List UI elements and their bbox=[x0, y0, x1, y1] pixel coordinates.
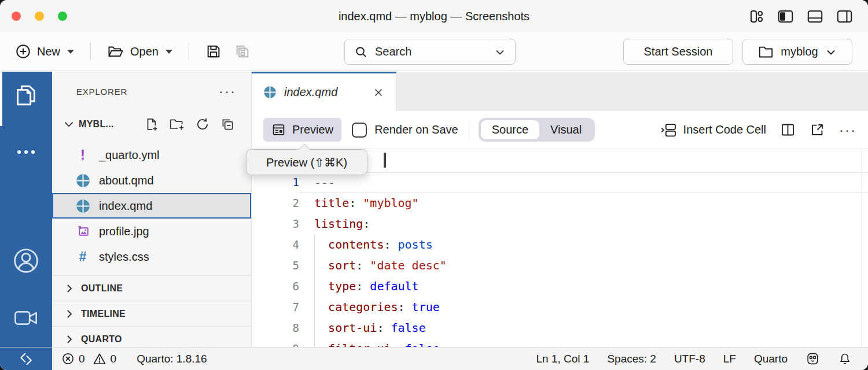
toggle-panel-icon[interactable] bbox=[807, 9, 823, 24]
line-content: categories: true bbox=[299, 297, 868, 318]
preview-button[interactable]: Preview bbox=[263, 118, 341, 142]
customize-layout-icon[interactable] bbox=[749, 9, 764, 24]
cursor-position[interactable]: Ln 1, Col 1 bbox=[536, 353, 589, 365]
folder-open-icon bbox=[107, 43, 124, 60]
code-line-9[interactable]: 9 filter-ui: false bbox=[252, 339, 868, 347]
file-row-_quarto.yml[interactable]: !_quarto.yml bbox=[52, 142, 251, 168]
insert-code-cell-button[interactable]: Insert Code Cell bbox=[660, 122, 766, 138]
toggle-secondary-sidebar-icon[interactable] bbox=[836, 9, 853, 24]
eol-setting[interactable]: LF bbox=[723, 353, 736, 365]
render-on-save-checkbox[interactable] bbox=[352, 123, 367, 138]
top-action-bar: New Open bbox=[0, 32, 868, 71]
start-session-button[interactable]: Start Session bbox=[623, 39, 733, 65]
globe-icon bbox=[263, 86, 277, 99]
section-label: TIMELINE bbox=[81, 309, 126, 319]
file-row-profile.jpg[interactable]: profile.jpg bbox=[52, 219, 251, 244]
code-line-3[interactable]: 3listing: bbox=[252, 214, 868, 235]
explorer-view-icon[interactable] bbox=[0, 82, 52, 109]
render-on-save-label: Render on Save bbox=[374, 123, 458, 136]
sidebar-section-outline[interactable]: OUTLINE bbox=[52, 275, 251, 301]
code-editor[interactable]: 1---2title: "myblog"3listing:4 contents:… bbox=[252, 149, 868, 347]
divider bbox=[189, 43, 189, 60]
source-mode-button[interactable]: Source bbox=[481, 120, 539, 139]
more-views-icon[interactable] bbox=[0, 148, 52, 156]
line-number: 3 bbox=[252, 214, 299, 235]
open-button-label: Open bbox=[130, 45, 159, 58]
tab-index-qmd[interactable]: index.qmd bbox=[252, 72, 396, 111]
close-tab-icon[interactable] bbox=[373, 87, 384, 98]
language-mode[interactable]: Quarto bbox=[754, 353, 788, 365]
folder-icon bbox=[758, 45, 774, 59]
warning-count: 0 bbox=[111, 353, 117, 365]
source-visual-toggle: Source Visual bbox=[479, 118, 595, 142]
problems-indicator[interactable]: 0 0 bbox=[61, 352, 116, 366]
chevron-right-icon bbox=[64, 308, 75, 320]
save-button[interactable] bbox=[202, 40, 225, 63]
insert-code-cell-icon bbox=[660, 122, 678, 138]
error-count: 0 bbox=[79, 353, 85, 365]
line-content: filter-ui: false bbox=[299, 339, 868, 347]
feedback-icon[interactable] bbox=[806, 352, 820, 366]
account-icon[interactable] bbox=[0, 246, 52, 275]
save-all-button[interactable] bbox=[231, 40, 254, 63]
workspace-section-header[interactable]: MYBL... bbox=[52, 108, 251, 141]
section-label: OUTLINE bbox=[81, 283, 123, 294]
line-content: type: default bbox=[299, 276, 868, 297]
editor-scrollbar[interactable] bbox=[861, 149, 868, 347]
code-line-1[interactable]: 1--- bbox=[252, 172, 868, 193]
tooltip-text: Preview (⇧⌘K) bbox=[266, 156, 347, 169]
toggle-primary-sidebar-icon[interactable] bbox=[777, 9, 794, 24]
visual-mode-button[interactable]: Visual bbox=[539, 120, 593, 139]
image-icon bbox=[75, 224, 90, 239]
globe-icon bbox=[75, 173, 90, 188]
sidebar-sections: OUTLINETIMELINEQUARTO bbox=[52, 275, 251, 347]
line-number: 6 bbox=[252, 276, 299, 297]
insert-code-cell-label: Insert Code Cell bbox=[683, 123, 766, 136]
refresh-icon[interactable] bbox=[195, 117, 210, 132]
new-button[interactable]: New bbox=[12, 40, 78, 63]
editor-group: index.qmd Preview Render on Save bbox=[252, 72, 868, 347]
file-row-index.qmd[interactable]: index.qmd bbox=[52, 193, 251, 219]
section-label: QUARTO bbox=[81, 334, 122, 345]
sidebar-section-timeline[interactable]: TIMELINE bbox=[52, 301, 251, 326]
search-icon bbox=[354, 45, 368, 59]
file-name-label: styles.css bbox=[99, 250, 149, 264]
code-line-7[interactable]: 7 categories: true bbox=[252, 297, 868, 318]
css-hash-icon: # bbox=[75, 249, 90, 264]
file-row-about.qmd[interactable]: about.qmd bbox=[52, 168, 251, 193]
window-title: index.qmd — myblog — Screenshots bbox=[0, 10, 868, 23]
search-input[interactable]: Search bbox=[344, 39, 516, 65]
file-name-label: index.qmd bbox=[99, 199, 152, 213]
code-line-8[interactable]: 8 sort-ui: false bbox=[252, 318, 868, 339]
indent-guide bbox=[314, 235, 315, 347]
project-selector-button[interactable]: myblog bbox=[742, 39, 852, 65]
open-button[interactable]: Open bbox=[104, 40, 176, 63]
quarto-version[interactable]: Quarto: 1.8.16 bbox=[137, 353, 207, 365]
titlebar: index.qmd — myblog — Screenshots bbox=[0, 0, 868, 32]
line-number: 1 bbox=[252, 172, 299, 193]
explorer-more-actions-icon[interactable]: ··· bbox=[219, 88, 236, 94]
remote-icon bbox=[19, 352, 34, 367]
sidebar-section-quarto[interactable]: QUARTO bbox=[52, 326, 251, 347]
indentation-setting[interactable]: Spaces: 2 bbox=[607, 353, 656, 365]
new-file-icon[interactable] bbox=[144, 117, 159, 132]
line-content: --- bbox=[299, 172, 868, 193]
code-line-2[interactable]: 2title: "myblog" bbox=[252, 193, 868, 214]
remote-indicator[interactable] bbox=[0, 347, 52, 370]
code-line-5[interactable]: 5 sort: "date desc" bbox=[252, 256, 868, 276]
editor-more-actions-icon[interactable]: ··· bbox=[839, 127, 856, 133]
app-window: index.qmd — myblog — Screenshots bbox=[0, 0, 868, 370]
code-line-4[interactable]: 4 contents: posts bbox=[252, 235, 868, 256]
new-folder-icon[interactable] bbox=[169, 117, 185, 132]
camera-icon[interactable] bbox=[0, 306, 52, 330]
encoding-setting[interactable]: UTF-8 bbox=[674, 353, 705, 365]
collapse-all-icon[interactable] bbox=[220, 117, 235, 132]
code-line-6[interactable]: 6 type: default bbox=[252, 276, 868, 297]
start-session-label: Start Session bbox=[644, 45, 713, 58]
notifications-bell-icon[interactable] bbox=[838, 352, 852, 366]
file-row-styles.css[interactable]: #styles.css bbox=[52, 244, 251, 269]
open-in-new-window-icon[interactable] bbox=[810, 122, 825, 138]
preview-icon bbox=[271, 123, 286, 137]
split-editor-icon[interactable] bbox=[780, 122, 796, 138]
yaml-warning-icon: ! bbox=[75, 147, 90, 162]
